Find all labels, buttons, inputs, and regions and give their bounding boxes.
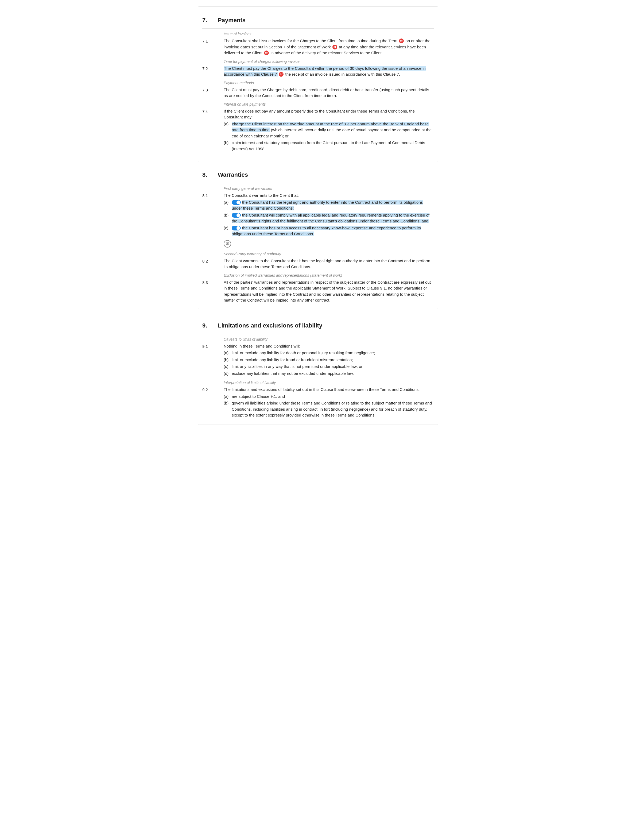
sub-item: (b)claim interest and statutory compensa…: [224, 140, 434, 152]
clause-text: The Client warrants to the Consultant th…: [224, 258, 434, 270]
sub-item-label: (c): [224, 363, 232, 370]
sub-item: (c)the Consultant has or has access to a…: [224, 225, 434, 237]
clause-text: The Client must pay the Charges by debit…: [224, 87, 434, 99]
sub-item-text: exclude any liabilities that may not be …: [232, 371, 434, 377]
text-segment: the receipt of an invoice issued in acco…: [284, 72, 400, 76]
section-number: 7.: [202, 16, 213, 25]
subsection-label: Payment methods: [224, 80, 434, 86]
subsection-label: Interpretation of limits of liability: [224, 380, 434, 385]
clause-intro: The limitations and exclusions of liabil…: [224, 387, 434, 393]
clause-body: The Consultant shall issue invoices for …: [224, 38, 434, 56]
toggle-switch[interactable]: [232, 200, 241, 205]
clause-text: All of the parties' warranties and repre…: [224, 279, 434, 303]
clause-body: All of the parties' warranties and repre…: [224, 279, 434, 303]
clause-row: 7.1The Consultant shall issue invoices f…: [202, 38, 434, 56]
clause-body: Nothing in these Terms and Conditions wi…: [224, 343, 434, 377]
clause-intro: Nothing in these Terms and Conditions wi…: [224, 343, 434, 349]
text-segment: the Consultant will comply with all appl…: [232, 213, 430, 224]
sub-item-text: charge the Client interest on the overdu…: [232, 121, 434, 139]
sub-item-text: the Consultant has or has access to all …: [232, 225, 434, 237]
clause-body: The Client warrants to the Consultant th…: [224, 258, 434, 270]
sub-item-label: (d): [224, 371, 232, 377]
clause-row: 8.3All of the parties' warranties and re…: [202, 279, 434, 303]
subsection-label: Interest on late payments: [224, 102, 434, 107]
section-title: Payments: [218, 16, 246, 25]
section-header: 7.Payments: [202, 14, 434, 26]
clause-body: The Client must pay the Charges to the C…: [224, 65, 434, 77]
section-title: Warranties: [218, 170, 248, 179]
sub-item: (d)exclude any liabilities that may not …: [224, 371, 434, 377]
clause-body: The limitations and exclusions of liabil…: [224, 387, 434, 419]
section-number: 9.: [202, 321, 213, 330]
or-badge: or: [279, 72, 283, 77]
section-header: 9.Limitations and exclusions of liabilit…: [202, 319, 434, 332]
sub-item: (b)the Consultant will comply with all a…: [224, 212, 434, 224]
or-badge: or: [332, 45, 337, 49]
subsection-label: First party general warranties: [224, 186, 434, 191]
clause-row: 7.4If the Client does not pay any amount…: [202, 108, 434, 153]
subsection-label: Caveats to limits of liability: [224, 336, 434, 342]
section-block: 8.WarrantiesFirst party general warranti…: [198, 161, 438, 309]
sub-item-text: the Consultant will comply with all appl…: [232, 212, 434, 224]
clause-body: The Consultant warrants to the Client th…: [224, 193, 434, 249]
top-note: [198, 0, 438, 6]
sub-item-label: (a): [224, 393, 232, 399]
clause-body: If the Client does not pay any amount pr…: [224, 108, 434, 153]
add-item-button[interactable]: ⊕: [224, 240, 231, 248]
text-segment: in advance of the delivery of the releva…: [269, 51, 383, 55]
sub-item: (b)govern all liabilities arising under …: [224, 400, 434, 418]
clause-number: 7.3: [202, 87, 224, 93]
sub-item-label: (a): [224, 350, 232, 356]
clause-number: 7.1: [202, 38, 224, 44]
sub-item: (a)the Consultant has the legal right an…: [224, 199, 434, 212]
clause-row: 8.2The Client warrants to the Consultant…: [202, 258, 434, 270]
text-segment: the Consultant has or has access to all …: [232, 226, 421, 236]
text-segment: govern all liabilities arising under the…: [232, 401, 432, 417]
sub-item: (a)are subject to Clause 9.1; and: [224, 393, 434, 399]
clause-number: 8.1: [202, 193, 224, 199]
section-block: 7.PaymentsIssue of invoices7.1The Consul…: [198, 6, 438, 158]
sub-item-label: (a): [224, 199, 232, 205]
sub-item-text: govern all liabilities arising under the…: [232, 400, 434, 418]
section-header: 8.Warranties: [202, 168, 434, 181]
subsection-label: Exclusion of implied warranties and repr…: [224, 273, 434, 278]
sub-item-text: are subject to Clause 9.1; and: [232, 393, 434, 399]
sub-item-label: (b): [224, 400, 232, 406]
clause-number: 9.2: [202, 387, 224, 393]
sub-item: (a)charge the Client interest on the ove…: [224, 121, 434, 139]
clause-row: 9.1Nothing in these Terms and Conditions…: [202, 343, 434, 377]
clause-number: 9.1: [202, 343, 224, 350]
sub-item-text: limit or exclude any liability for death…: [232, 350, 434, 356]
section-title: Limitations and exclusions of liability: [218, 321, 322, 330]
toggle-switch[interactable]: [232, 226, 241, 231]
sub-item: (c)limit any liabilities in any way that…: [224, 363, 434, 370]
sub-item: (b)limit or exclude any liability for fr…: [224, 357, 434, 363]
clause-text-or: The Client must pay the Charges to the C…: [224, 65, 434, 77]
toggle-switch[interactable]: [232, 213, 241, 218]
or-badge: or: [264, 51, 269, 55]
clause-number: 7.2: [202, 65, 224, 72]
section-number: 8.: [202, 170, 213, 179]
sub-item-label: (a): [224, 121, 232, 127]
sub-item-text: limit any liabilities in any way that is…: [232, 363, 434, 370]
sub-item-text: claim interest and statutory compensatio…: [232, 140, 434, 152]
subsection-label: Time for payment of charges following in…: [224, 59, 434, 65]
page-container: 7.PaymentsIssue of invoices7.1The Consul…: [192, 0, 444, 425]
text-segment: The Consultant shall issue invoices for …: [224, 38, 398, 43]
sub-item-label: (c): [224, 225, 232, 231]
clause-number: 7.4: [202, 108, 224, 115]
subsection-label: Issue of invoices: [224, 31, 434, 37]
section-block: 9.Limitations and exclusions of liabilit…: [198, 312, 438, 425]
sub-item-label: (b): [224, 140, 232, 146]
sub-item-text: limit or exclude any liability for fraud…: [232, 357, 434, 363]
clause-number: 8.2: [202, 258, 224, 264]
clause-intro: The Consultant warrants to the Client th…: [224, 193, 434, 199]
sub-item-label: (b): [224, 357, 232, 363]
sub-item: (a)limit or exclude any liability for de…: [224, 350, 434, 356]
clause-row: 7.2The Client must pay the Charges to th…: [202, 65, 434, 77]
clause-body: The Client must pay the Charges by debit…: [224, 87, 434, 99]
clause-number: 8.3: [202, 279, 224, 286]
clause-row: 8.1The Consultant warrants to the Client…: [202, 193, 434, 249]
clause-row: 7.3The Client must pay the Charges by de…: [202, 87, 434, 99]
clause-text-or: The Consultant shall issue invoices for …: [224, 38, 434, 56]
